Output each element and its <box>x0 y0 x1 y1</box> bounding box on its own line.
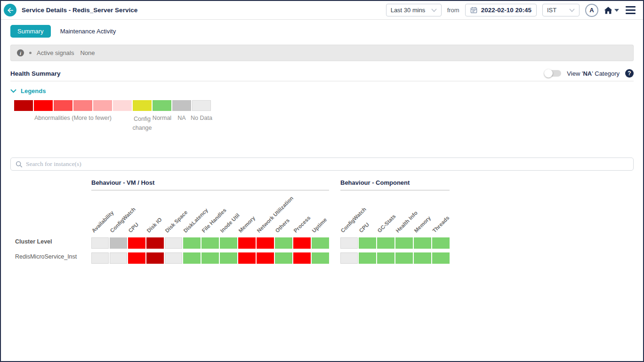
behaviour-vm-host-table: Behaviour - VM / Host AvailabilityConfig… <box>91 179 329 268</box>
cell-redismicroservice-inst-process-red[interactable] <box>293 252 311 264</box>
help-icon[interactable]: ? <box>625 69 634 78</box>
cell-redismicroservice-inst-memory-green[interactable] <box>414 252 431 264</box>
row-label-redismicroservice-inst: RedisMicroService_Inst <box>15 251 88 262</box>
column-header-gc-stats: GC-Stats <box>377 213 397 234</box>
column-header-others: Others <box>274 217 291 234</box>
legend-swatch <box>73 100 92 111</box>
cell-redismicroservice-inst-disk-space-nodata[interactable] <box>165 252 182 264</box>
cell-redismicroservice-inst-health-info-green[interactable] <box>395 252 413 264</box>
cell-redismicroservice-inst-threads-green[interactable] <box>432 252 450 264</box>
legend-swatch <box>172 100 191 111</box>
search-icon <box>16 161 23 168</box>
cell-cluster-level-availability-nodata[interactable] <box>91 237 109 249</box>
na-category-toggle[interactable] <box>545 70 561 77</box>
avatar[interactable]: A <box>585 4 598 17</box>
back-button[interactable] <box>4 4 16 16</box>
page-title: Service Details - Redis_Server Service <box>22 7 137 14</box>
legend-group-abnormalities: Abnormalities (More to fewer) <box>14 100 132 132</box>
cell-cluster-level-uptime-green[interactable] <box>312 237 329 249</box>
cell-redismicroservice-inst-disklatency-green[interactable] <box>183 252 201 264</box>
cell-cluster-level-network-utilization-red[interactable] <box>257 237 274 249</box>
legend-label-abnormalities: Abnormalities (More to fewer) <box>34 115 112 121</box>
info-icon: i <box>17 49 24 56</box>
column-headers: ConfigWatchCPUGC-StatsHealth InfoMemoryT… <box>340 190 450 235</box>
hamburger-menu-icon[interactable] <box>625 5 636 15</box>
datetime-picker[interactable]: 2022-02-10 20:45 <box>465 4 537 16</box>
cell-redismicroservice-inst-cpu-red[interactable] <box>128 252 145 264</box>
health-summary-title: Health Summary <box>10 70 61 77</box>
cell-redismicroservice-inst-gc-stats-green[interactable] <box>377 252 394 264</box>
search-input[interactable] <box>26 160 628 168</box>
column-header-cpu: CPU <box>358 221 370 234</box>
cell-cluster-level-threads-green[interactable] <box>432 237 450 249</box>
tab-summary[interactable]: Summary <box>10 25 51 38</box>
column-header-uptime: Uptime <box>311 217 328 234</box>
cell-cluster-level-disk-space-nodata[interactable] <box>165 237 182 249</box>
cell-cluster-level-health-info-green[interactable] <box>395 237 413 249</box>
legends-title: Legends <box>21 87 46 94</box>
chevron-down-icon <box>10 89 16 93</box>
heatmap-row-redismicroservice-inst <box>91 252 329 264</box>
cell-redismicroservice-inst-network-utilization-red[interactable] <box>257 252 274 264</box>
calendar-icon <box>470 7 477 14</box>
bullet-dot <box>29 52 32 54</box>
cell-redismicroservice-inst-cpu-green[interactable] <box>359 252 376 264</box>
cell-cluster-level-process-red[interactable] <box>293 237 311 249</box>
cell-redismicroservice-inst-configwatch-nodata[interactable] <box>110 252 127 264</box>
topbar: Service Details - Redis_Server Service L… <box>1 1 643 20</box>
table-title-component: Behaviour - Component <box>340 179 450 190</box>
legend-swatch <box>93 100 112 111</box>
cell-cluster-level-configwatch-na[interactable] <box>110 237 127 249</box>
cell-cluster-level-others-green[interactable] <box>275 237 292 249</box>
column-headers: AvailabilityConfigWatchCPUDisk IODisk Sp… <box>91 190 329 235</box>
cell-cluster-level-configwatch-nodata[interactable] <box>340 237 358 249</box>
cell-redismicroservice-inst-uptime-green[interactable] <box>312 252 329 264</box>
cell-redismicroservice-inst-configwatch-nodata[interactable] <box>340 252 358 264</box>
health-summary-header: Health Summary View 'NA' Category ? <box>10 68 634 79</box>
instance-search[interactable] <box>10 157 634 171</box>
cell-redismicroservice-inst-file-handles-green[interactable] <box>201 252 219 264</box>
active-signals-bar: i Active signals None <box>10 45 634 61</box>
cell-cluster-level-inode-util-green[interactable] <box>220 237 237 249</box>
datetime-value: 2022-02-10 20:45 <box>481 7 531 14</box>
tab-maintenance-activity[interactable]: Maintenance Activity <box>58 25 118 38</box>
column-header-threads: Threads <box>432 215 451 234</box>
home-menu[interactable] <box>604 7 619 14</box>
cell-cluster-level-memory-green[interactable] <box>414 237 431 249</box>
behaviour-component-table: Behaviour - Component ConfigWatchCPUGC-S… <box>340 179 450 268</box>
column-header-memory: Memory <box>413 215 432 234</box>
time-range-select[interactable]: Last 30 mins <box>386 4 442 16</box>
na-toggle-label: View 'NA' Category <box>567 70 620 77</box>
column-header-memory: Memory <box>238 215 257 234</box>
heatmap-rows <box>91 237 329 264</box>
na-category-controls: View 'NA' Category ? <box>545 69 634 78</box>
legend-group-na: NA <box>172 100 191 132</box>
topbar-controls: Last 30 mins from 2022-02-10 20:45 IST A <box>386 4 636 17</box>
cell-redismicroservice-inst-disk-io-darkred[interactable] <box>146 252 164 264</box>
timezone-value: IST <box>547 7 556 14</box>
cell-cluster-level-file-handles-green[interactable] <box>201 237 219 249</box>
cell-cluster-level-disk-io-darkred[interactable] <box>146 237 164 249</box>
cell-cluster-level-memory-red[interactable] <box>238 237 256 249</box>
legend-swatch <box>133 100 152 111</box>
caret-down-icon <box>614 9 619 12</box>
home-icon <box>604 7 612 14</box>
legend-label-na: NA <box>177 115 185 121</box>
legend-swatch <box>113 100 132 111</box>
heatmap-row-cluster-level <box>91 237 329 249</box>
timezone-select[interactable]: IST <box>542 4 580 16</box>
legend-label-config-change: Config change <box>130 115 154 133</box>
cell-cluster-level-gc-stats-green[interactable] <box>377 237 394 249</box>
legends-collapse[interactable]: Legends <box>10 87 643 94</box>
cell-cluster-level-disklatency-green[interactable] <box>183 237 201 249</box>
cell-redismicroservice-inst-others-green[interactable] <box>275 252 292 264</box>
legend-row: Abnormalities (More to fewer)Config chan… <box>14 100 643 132</box>
cell-cluster-level-cpu-red[interactable] <box>128 237 145 249</box>
column-header-cpu: CPU <box>128 221 140 234</box>
cell-redismicroservice-inst-inode-util-green[interactable] <box>220 252 237 264</box>
heatmap-row-redismicroservice-inst <box>340 252 450 264</box>
legend-swatch <box>34 100 53 111</box>
cell-redismicroservice-inst-memory-red[interactable] <box>238 252 256 264</box>
cell-cluster-level-cpu-green[interactable] <box>359 237 376 249</box>
cell-redismicroservice-inst-availability-nodata[interactable] <box>91 252 109 264</box>
